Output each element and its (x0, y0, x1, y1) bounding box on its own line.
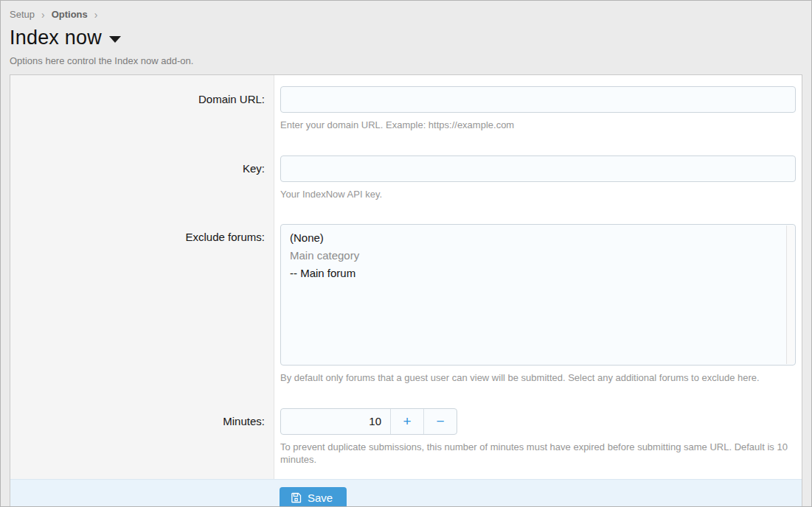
key-content: Your IndexNow API key. (274, 144, 802, 214)
key-hint: Your IndexNow API key. (280, 188, 796, 201)
page-header: Setup › Options › Index now Options here… (1, 1, 811, 66)
minutes-decrement-button[interactable]: − (424, 409, 457, 434)
minutes-stepper: + − (280, 408, 457, 435)
minutes-increment-button[interactable]: + (391, 409, 423, 434)
page-title: Index now (10, 27, 102, 49)
form-row-key: Key: Your IndexNow API key. (10, 144, 802, 214)
save-button[interactable]: Save (280, 487, 347, 507)
minutes-label: Minutes: (10, 397, 274, 479)
domain-url-content: Enter your domain URL. Example: https://… (274, 75, 802, 144)
minutes-input[interactable] (281, 409, 390, 434)
domain-url-input[interactable] (280, 86, 796, 113)
listbox-option-main-forum[interactable]: -- Main forum (281, 265, 795, 282)
exclude-forums-listbox[interactable]: (None) Main category -- Main forum (280, 224, 796, 366)
key-label: Key: (10, 144, 274, 214)
form-footer: Save (10, 479, 802, 507)
exclude-forums-hint: By default only forums that a guest user… (280, 371, 796, 385)
listbox-scrollbar[interactable] (786, 225, 794, 364)
save-button-label: Save (308, 492, 333, 504)
page-title-row: Index now (10, 27, 802, 49)
breadcrumb-setup[interactable]: Setup (10, 9, 35, 20)
save-floppy-icon (291, 492, 302, 503)
domain-url-hint: Enter your domain URL. Example: https://… (280, 119, 796, 132)
exclude-forums-label: Exclude forums: (10, 213, 274, 397)
options-form-panel: Domain URL: Enter your domain URL. Examp… (10, 74, 802, 507)
form-row-exclude-forums: Exclude forums: (None) Main category -- … (10, 213, 802, 397)
admin-options-page: { "breadcrumb": { "separator": "\u203a",… (0, 0, 812, 507)
domain-url-label: Domain URL: (10, 75, 274, 144)
chevron-right-icon: › (41, 10, 45, 20)
minutes-content: + − To prevent duplicate submissions, th… (274, 397, 802, 479)
breadcrumb: Setup › Options › (10, 9, 802, 20)
key-input[interactable] (280, 155, 796, 182)
title-menu-arrow-icon[interactable] (109, 36, 121, 43)
exclude-forums-content: (None) Main category -- Main forum By de… (274, 213, 802, 397)
chevron-right-icon: › (94, 10, 98, 20)
listbox-option-main-category: Main category (281, 247, 795, 265)
listbox-option-none[interactable]: (None) (281, 229, 795, 247)
breadcrumb-options[interactable]: Options (52, 9, 88, 20)
minutes-hint: To prevent duplicate submissions, this n… (280, 441, 796, 466)
page-subtitle: Options here control the Index now add-o… (10, 55, 802, 66)
form-row-domain-url: Domain URL: Enter your domain URL. Examp… (10, 75, 802, 144)
form-row-minutes: Minutes: + − To prevent duplicate submis… (10, 397, 802, 479)
